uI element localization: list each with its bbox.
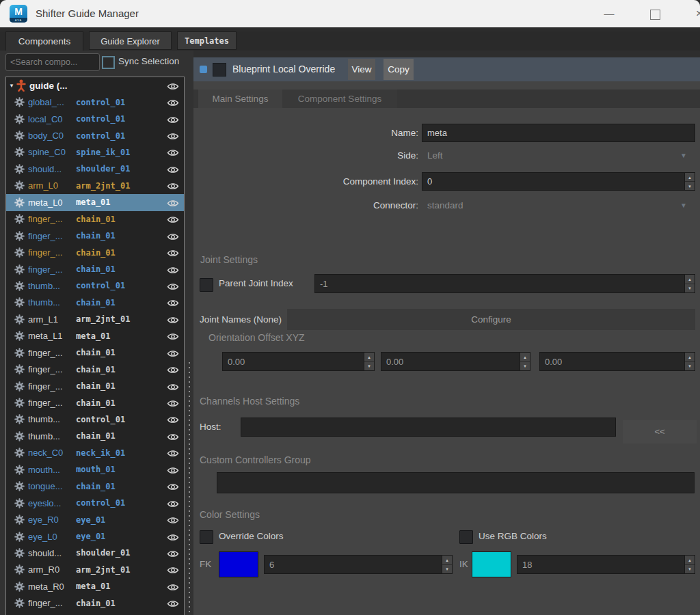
visibility-eye-icon[interactable] bbox=[167, 365, 179, 374]
visibility-eye-icon[interactable] bbox=[167, 515, 179, 524]
spinner-up-icon[interactable]: ▴ bbox=[685, 275, 695, 284]
visibility-eye-icon[interactable] bbox=[167, 131, 179, 140]
spinner-down-icon[interactable]: ▾ bbox=[364, 362, 374, 371]
tree-row[interactable]: tongue... chain_01 bbox=[6, 478, 184, 495]
visibility-eye-icon[interactable] bbox=[167, 232, 179, 241]
tree-row[interactable]: global_... control_01 bbox=[6, 94, 184, 110]
tree-row[interactable]: finger_... chain_01 bbox=[6, 361, 184, 377]
side-dropdown[interactable]: Left bbox=[427, 147, 443, 165]
visibility-eye-icon[interactable] bbox=[167, 165, 179, 174]
visibility-eye-icon[interactable] bbox=[167, 582, 179, 591]
tree-row[interactable]: arm_L0 arm_2jnt_01 bbox=[6, 178, 184, 194]
view-button[interactable]: View bbox=[348, 59, 375, 80]
chevron-down-icon[interactable]: ▼ bbox=[680, 147, 687, 165]
tree-row[interactable]: finger_... chain_01 bbox=[6, 244, 184, 260]
tree-row[interactable]: meta_L1 meta_01 bbox=[6, 328, 184, 344]
tree-row[interactable]: thumb... chain_01 bbox=[6, 428, 184, 444]
tree-row[interactable]: finger_... chain_01 bbox=[6, 211, 184, 228]
parent-joint-index-spinbox[interactable]: -1 ▴▾ bbox=[314, 274, 695, 293]
visibility-eye-icon[interactable] bbox=[167, 448, 179, 457]
visibility-eye-icon[interactable] bbox=[167, 198, 179, 207]
tree-row[interactable]: body_C0 control_01 bbox=[6, 127, 184, 144]
tree-row[interactable]: finger_... chain_01 bbox=[6, 344, 184, 361]
tree-row[interactable]: finger_... chain_01 bbox=[6, 228, 184, 244]
visibility-eye-icon[interactable] bbox=[167, 98, 179, 107]
tree-row[interactable]: arm_L1 arm_2jnt_01 bbox=[6, 311, 184, 327]
tree-row[interactable]: thumb... control_01 bbox=[6, 411, 184, 428]
connector-dropdown[interactable]: standard bbox=[427, 197, 463, 215]
spinner-up-icon[interactable]: ▴ bbox=[685, 353, 695, 362]
visibility-eye-icon[interactable] bbox=[167, 331, 179, 340]
spinner-down-icon[interactable]: ▾ bbox=[685, 284, 695, 293]
tree-row[interactable]: should... shoulder_01 bbox=[6, 161, 184, 177]
panel-splitter[interactable] bbox=[189, 362, 190, 615]
visibility-eye-icon[interactable] bbox=[167, 282, 179, 290]
host-field[interactable] bbox=[241, 418, 616, 437]
visibility-eye-icon[interactable] bbox=[167, 432, 179, 441]
search-input[interactable]: <Search compo... bbox=[5, 53, 100, 71]
component-index-spinbox[interactable]: 0 ▴▾ bbox=[422, 172, 695, 191]
tab-main-settings[interactable]: Main Settings bbox=[198, 90, 282, 108]
override-colors-checkbox[interactable] bbox=[200, 530, 213, 544]
spinner-down-icon[interactable]: ▾ bbox=[685, 362, 695, 371]
visibility-eye-icon[interactable] bbox=[167, 599, 179, 607]
close-button[interactable]: × bbox=[684, 0, 700, 27]
tree-row[interactable]: finger_... chain_01 bbox=[6, 394, 184, 411]
tree-row[interactable]: arm_R0 arm_2jnt_01 bbox=[6, 562, 184, 578]
spinner-down-icon[interactable]: ▾ bbox=[520, 362, 530, 371]
tab-guide-explorer[interactable]: Guide Explorer bbox=[89, 31, 172, 50]
visibility-eye-icon[interactable] bbox=[167, 482, 179, 491]
visibility-eye-icon[interactable] bbox=[167, 398, 179, 407]
tab-templates[interactable]: Templates bbox=[177, 31, 237, 50]
tree-row[interactable]: meta_L0 meta_01 bbox=[6, 194, 184, 210]
orientation-z-spinbox[interactable]: 0.00 ▴▾ bbox=[539, 352, 695, 371]
tree-row[interactable]: finger_... chain_01 bbox=[6, 378, 184, 394]
visibility-eye-icon[interactable] bbox=[167, 499, 179, 508]
sync-selection-checkbox[interactable] bbox=[102, 56, 115, 69]
visibility-eye-icon[interactable] bbox=[167, 549, 179, 558]
visibility-eye-icon[interactable] bbox=[167, 265, 179, 274]
tree-row[interactable]: mouth... mouth_01 bbox=[6, 461, 184, 478]
visibility-eye-icon[interactable] bbox=[167, 148, 179, 156]
orientation-x-spinbox[interactable]: 0.00 ▴▾ bbox=[222, 352, 375, 371]
tab-component-settings[interactable]: Component Settings bbox=[282, 90, 397, 108]
tree-root-row[interactable]: ▾ guide (... bbox=[6, 77, 184, 94]
use-rgb-colors-checkbox[interactable] bbox=[459, 530, 473, 544]
tree-row[interactable]: finger_... chain_01 bbox=[6, 261, 184, 277]
tree-row[interactable]: eye_R0 eye_01 bbox=[6, 511, 184, 528]
tree-row[interactable]: thumb... chain_01 bbox=[6, 295, 184, 311]
spinner-down-icon[interactable]: ▾ bbox=[685, 182, 695, 190]
spinner-down-icon[interactable]: ▾ bbox=[685, 565, 695, 574]
blueprint-override-checkbox[interactable] bbox=[213, 63, 226, 77]
visibility-eye-icon[interactable] bbox=[167, 215, 179, 223]
ik-index-spinbox[interactable]: 18 ▴▾ bbox=[517, 555, 695, 574]
spinner-down-icon[interactable]: ▾ bbox=[442, 565, 452, 574]
visibility-eye-icon[interactable] bbox=[167, 382, 179, 391]
host-pick-button[interactable]: << bbox=[623, 420, 697, 443]
chevron-down-icon[interactable]: ▼ bbox=[680, 197, 687, 215]
tree-row[interactable]: local_C0 control_01 bbox=[6, 111, 184, 127]
tree-row[interactable]: thumb... control_01 bbox=[6, 277, 184, 294]
tab-components[interactable]: Components bbox=[5, 31, 83, 51]
spinner-up-icon[interactable]: ▴ bbox=[442, 556, 452, 565]
visibility-eye-icon[interactable] bbox=[167, 465, 179, 474]
parent-joint-index-checkbox[interactable] bbox=[200, 278, 213, 292]
visibility-eye-icon[interactable] bbox=[167, 532, 179, 541]
spinner-up-icon[interactable]: ▴ bbox=[685, 556, 695, 565]
tree-row[interactable]: meta_R0 meta_01 bbox=[6, 578, 184, 594]
maximize-button[interactable] bbox=[650, 10, 660, 20]
tree-row[interactable]: finger_... chain_01 bbox=[6, 595, 184, 612]
minimize-button[interactable]: — bbox=[593, 0, 625, 27]
copy-button[interactable]: Copy bbox=[383, 59, 414, 80]
visibility-eye-icon[interactable] bbox=[167, 298, 179, 307]
expander-icon[interactable]: ▾ bbox=[8, 82, 16, 89]
visibility-eye-icon[interactable] bbox=[167, 315, 179, 324]
tree-row[interactable]: spine_C0 spine_ik_01 bbox=[6, 144, 184, 161]
visibility-eye-icon[interactable] bbox=[167, 415, 179, 424]
tree-row[interactable]: eyeslo... control_01 bbox=[6, 495, 184, 511]
tree-row[interactable]: should... shoulder_01 bbox=[6, 545, 184, 561]
visibility-eye-icon[interactable] bbox=[167, 348, 179, 357]
configure-button[interactable]: Configure bbox=[287, 309, 695, 330]
tree-row[interactable]: eye_L0 eye_01 bbox=[6, 528, 184, 545]
visibility-eye-icon[interactable] bbox=[167, 248, 179, 257]
